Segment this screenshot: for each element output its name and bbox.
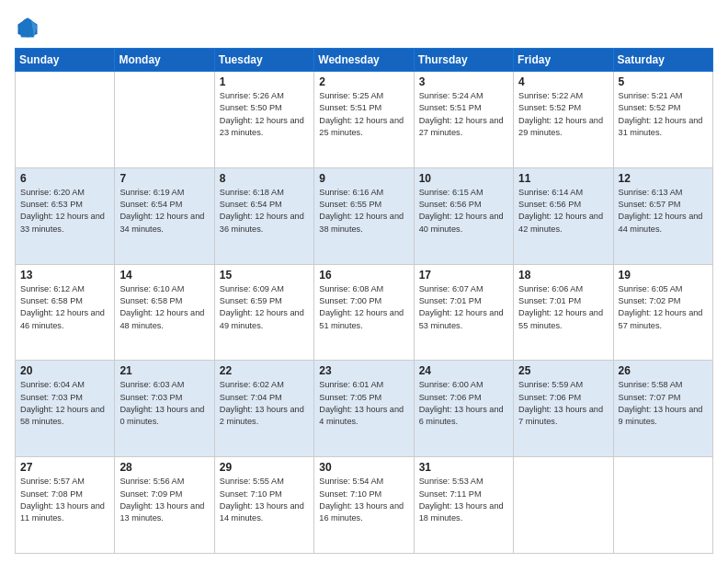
header <box>15 15 713 40</box>
day-info: Sunrise: 6:12 AMSunset: 6:58 PMDaylight:… <box>20 283 109 332</box>
day-info: Sunrise: 5:24 AMSunset: 5:51 PMDaylight:… <box>419 90 508 139</box>
calendar-cell: 16Sunrise: 6:08 AMSunset: 7:00 PMDayligh… <box>314 264 414 361</box>
calendar-cell: 15Sunrise: 6:09 AMSunset: 6:59 PMDayligh… <box>214 264 313 361</box>
day-info: Sunrise: 5:55 AMSunset: 7:10 PMDaylight:… <box>220 476 309 524</box>
calendar-cell <box>613 457 712 554</box>
calendar-week-row: 13Sunrise: 6:12 AMSunset: 6:58 PMDayligh… <box>16 264 713 361</box>
day-number: 1 <box>220 75 309 88</box>
day-number: 6 <box>20 172 109 185</box>
calendar-cell: 12Sunrise: 6:13 AMSunset: 6:57 PMDayligh… <box>613 167 712 264</box>
calendar-cell: 11Sunrise: 6:14 AMSunset: 6:56 PMDayligh… <box>514 167 613 264</box>
calendar-cell: 22Sunrise: 6:02 AMSunset: 7:04 PMDayligh… <box>214 361 313 457</box>
calendar-cell: 7Sunrise: 6:19 AMSunset: 6:54 PMDaylight… <box>115 167 214 264</box>
day-number: 15 <box>220 269 309 282</box>
calendar-cell: 4Sunrise: 5:22 AMSunset: 5:52 PMDaylight… <box>514 72 613 168</box>
calendar-week-row: 6Sunrise: 6:20 AMSunset: 6:53 PMDaylight… <box>16 167 713 264</box>
calendar-cell: 25Sunrise: 5:59 AMSunset: 7:06 PMDayligh… <box>514 361 613 457</box>
day-info: Sunrise: 6:05 AMSunset: 7:02 PMDaylight:… <box>619 283 708 332</box>
day-info: Sunrise: 5:59 AMSunset: 7:06 PMDaylight:… <box>518 379 608 428</box>
calendar-cell: 1Sunrise: 5:26 AMSunset: 5:50 PMDaylight… <box>214 72 313 168</box>
day-number: 8 <box>220 172 309 185</box>
day-of-week-header: Friday <box>514 49 613 72</box>
day-number: 10 <box>419 172 508 185</box>
day-number: 14 <box>119 269 209 282</box>
calendar-cell <box>514 457 613 554</box>
day-info: Sunrise: 5:25 AMSunset: 5:51 PMDaylight:… <box>319 90 408 139</box>
logo <box>15 15 44 40</box>
calendar-cell: 27Sunrise: 5:57 AMSunset: 7:08 PMDayligh… <box>16 457 115 554</box>
day-number: 12 <box>619 172 708 185</box>
day-info: Sunrise: 6:20 AMSunset: 6:53 PMDaylight:… <box>20 187 109 236</box>
calendar-week-row: 1Sunrise: 5:26 AMSunset: 5:50 PMDaylight… <box>16 72 713 168</box>
day-number: 9 <box>319 172 408 185</box>
calendar-week-row: 20Sunrise: 6:04 AMSunset: 7:03 PMDayligh… <box>16 361 713 457</box>
day-info: Sunrise: 6:14 AMSunset: 6:56 PMDaylight:… <box>518 187 608 236</box>
calendar-week-row: 27Sunrise: 5:57 AMSunset: 7:08 PMDayligh… <box>16 457 713 554</box>
calendar-table: SundayMondayTuesdayWednesdayThursdayFrid… <box>15 48 713 554</box>
calendar-header-row: SundayMondayTuesdayWednesdayThursdayFrid… <box>16 49 713 72</box>
day-info: Sunrise: 5:56 AMSunset: 7:09 PMDaylight:… <box>119 476 209 524</box>
calendar-cell: 17Sunrise: 6:07 AMSunset: 7:01 PMDayligh… <box>414 264 513 361</box>
day-number: 22 <box>220 364 309 377</box>
day-info: Sunrise: 5:57 AMSunset: 7:08 PMDaylight:… <box>20 476 109 524</box>
calendar-cell: 2Sunrise: 5:25 AMSunset: 5:51 PMDaylight… <box>314 72 414 168</box>
day-of-week-header: Saturday <box>613 49 712 72</box>
day-of-week-header: Sunday <box>16 49 115 72</box>
calendar-cell: 5Sunrise: 5:21 AMSunset: 5:52 PMDaylight… <box>613 72 712 168</box>
day-number: 31 <box>419 461 508 474</box>
day-number: 18 <box>518 269 608 282</box>
day-number: 4 <box>518 75 608 88</box>
day-number: 24 <box>419 364 508 377</box>
day-number: 7 <box>119 172 209 185</box>
calendar-cell: 8Sunrise: 6:18 AMSunset: 6:54 PMDaylight… <box>214 167 313 264</box>
day-of-week-header: Monday <box>115 49 214 72</box>
day-info: Sunrise: 6:04 AMSunset: 7:03 PMDaylight:… <box>20 379 109 428</box>
day-number: 26 <box>619 364 708 377</box>
calendar-cell: 26Sunrise: 5:58 AMSunset: 7:07 PMDayligh… <box>613 361 712 457</box>
calendar-cell: 20Sunrise: 6:04 AMSunset: 7:03 PMDayligh… <box>16 361 115 457</box>
calendar-cell: 10Sunrise: 6:15 AMSunset: 6:56 PMDayligh… <box>414 167 513 264</box>
day-number: 13 <box>20 269 109 282</box>
day-of-week-header: Wednesday <box>314 49 414 72</box>
day-number: 29 <box>220 461 309 474</box>
day-info: Sunrise: 6:18 AMSunset: 6:54 PMDaylight:… <box>220 187 309 236</box>
calendar-cell: 21Sunrise: 6:03 AMSunset: 7:03 PMDayligh… <box>115 361 214 457</box>
day-number: 20 <box>20 364 109 377</box>
day-info: Sunrise: 5:58 AMSunset: 7:07 PMDaylight:… <box>619 379 708 428</box>
calendar-cell: 19Sunrise: 6:05 AMSunset: 7:02 PMDayligh… <box>613 264 712 361</box>
logo-icon <box>15 15 40 40</box>
day-number: 16 <box>319 269 408 282</box>
calendar-cell <box>115 72 214 168</box>
calendar-cell: 14Sunrise: 6:10 AMSunset: 6:58 PMDayligh… <box>115 264 214 361</box>
calendar-cell: 29Sunrise: 5:55 AMSunset: 7:10 PMDayligh… <box>214 457 313 554</box>
day-number: 5 <box>619 75 708 88</box>
calendar-cell <box>16 72 115 168</box>
day-info: Sunrise: 6:10 AMSunset: 6:58 PMDaylight:… <box>119 283 209 332</box>
day-info: Sunrise: 6:09 AMSunset: 6:59 PMDaylight:… <box>220 283 309 332</box>
day-info: Sunrise: 5:54 AMSunset: 7:10 PMDaylight:… <box>319 476 408 524</box>
calendar-cell: 6Sunrise: 6:20 AMSunset: 6:53 PMDaylight… <box>16 167 115 264</box>
day-info: Sunrise: 5:22 AMSunset: 5:52 PMDaylight:… <box>518 90 608 139</box>
day-info: Sunrise: 6:03 AMSunset: 7:03 PMDaylight:… <box>119 379 209 428</box>
calendar-cell: 13Sunrise: 6:12 AMSunset: 6:58 PMDayligh… <box>16 264 115 361</box>
day-info: Sunrise: 6:08 AMSunset: 7:00 PMDaylight:… <box>319 283 408 332</box>
calendar-cell: 24Sunrise: 6:00 AMSunset: 7:06 PMDayligh… <box>414 361 513 457</box>
day-info: Sunrise: 6:13 AMSunset: 6:57 PMDaylight:… <box>619 187 708 236</box>
day-info: Sunrise: 6:02 AMSunset: 7:04 PMDaylight:… <box>220 379 309 428</box>
day-number: 21 <box>119 364 209 377</box>
day-number: 11 <box>518 172 608 185</box>
day-info: Sunrise: 6:00 AMSunset: 7:06 PMDaylight:… <box>419 379 508 428</box>
day-number: 2 <box>319 75 408 88</box>
calendar-cell: 3Sunrise: 5:24 AMSunset: 5:51 PMDaylight… <box>414 72 513 168</box>
day-number: 3 <box>419 75 508 88</box>
day-info: Sunrise: 6:19 AMSunset: 6:54 PMDaylight:… <box>119 187 209 236</box>
day-number: 28 <box>119 461 209 474</box>
day-info: Sunrise: 6:06 AMSunset: 7:01 PMDaylight:… <box>518 283 608 332</box>
day-info: Sunrise: 5:26 AMSunset: 5:50 PMDaylight:… <box>220 90 309 139</box>
day-number: 30 <box>319 461 408 474</box>
calendar-cell: 18Sunrise: 6:06 AMSunset: 7:01 PMDayligh… <box>514 264 613 361</box>
day-number: 27 <box>20 461 109 474</box>
day-number: 23 <box>319 364 408 377</box>
day-info: Sunrise: 6:01 AMSunset: 7:05 PMDaylight:… <box>319 379 408 428</box>
day-info: Sunrise: 5:21 AMSunset: 5:52 PMDaylight:… <box>619 90 708 139</box>
